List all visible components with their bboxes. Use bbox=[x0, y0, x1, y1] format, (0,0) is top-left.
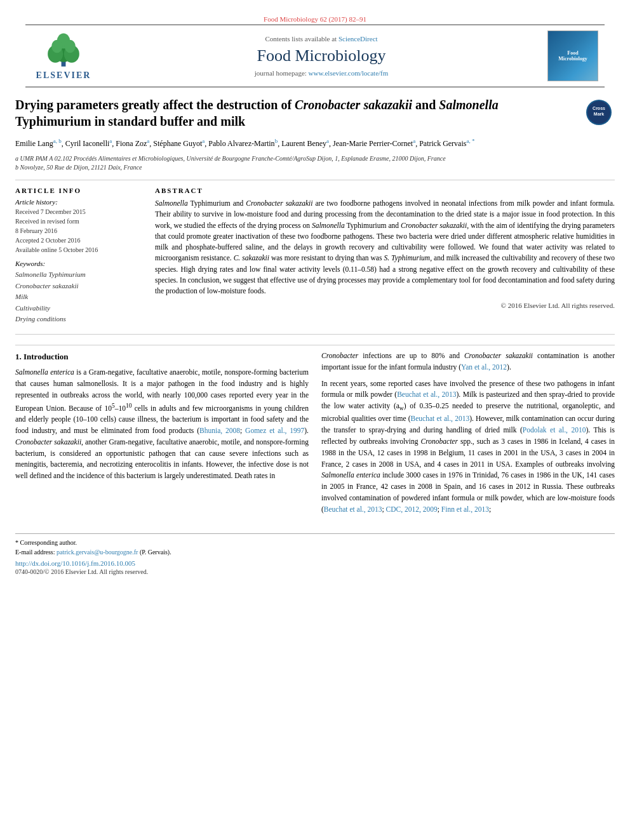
journal-citation: Food Microbiology 62 (2017) 82–91 bbox=[25, 15, 605, 23]
email-author: (P. Gervais). bbox=[140, 549, 171, 556]
ref-finn[interactable]: Finn et al., 2013 bbox=[441, 505, 489, 513]
author-patrick-sup: a, * bbox=[466, 138, 474, 144]
ref-yan[interactable]: Yan et al., 2012 bbox=[461, 363, 507, 371]
revised-text: Received in revised form8 February 2016 bbox=[15, 217, 142, 236]
header-center: Contents lists available at ScienceDirec… bbox=[102, 30, 541, 81]
article-content: Food Microbiology 62 (2017) 82–91 bbox=[0, 0, 630, 585]
online-text: Available online 5 October 2016 bbox=[15, 245, 142, 255]
keywords-label: Keywords: bbox=[15, 260, 142, 267]
journal-homepage: journal homepage: www.elsevier.com/locat… bbox=[255, 69, 389, 77]
authors-line: Emilie Langa, b, Cyril Iaconellia, Fiona… bbox=[15, 137, 615, 149]
cronobacter-sakazakii-italic2: Cronobacter sakazakii bbox=[464, 352, 533, 359]
copyright-line: © 2016 Elsevier Ltd. All rights reserved… bbox=[155, 302, 615, 309]
ref-beuchat2[interactable]: Beuchat et al., 2013 bbox=[411, 415, 470, 422]
elsevier-tree-icon bbox=[38, 31, 89, 69]
author-jeanmarie: Jean-Marie Perrier-Cornet bbox=[333, 139, 413, 148]
abstract-salmonella: Salmonella bbox=[155, 199, 188, 207]
crossmark-badge[interactable]: Cross Mark bbox=[583, 97, 615, 128]
cronobacter-italic2: Cronobacter bbox=[321, 352, 358, 359]
header-main: ELSEVIER Contents lists available at Sci… bbox=[25, 24, 605, 88]
email-link[interactable]: patrick.gervais@u-bourgogne.fr bbox=[57, 549, 138, 556]
abstract-text: Salmonella Typhimurium and Cronobacter s… bbox=[155, 198, 615, 297]
abstract-cronobacter: Cronobacter sakazakii bbox=[246, 199, 312, 207]
elsevier-logo: ELSEVIER bbox=[36, 31, 91, 81]
page-header: Food Microbiology 62 (2017) 82–91 bbox=[15, 10, 615, 88]
article-info-heading: Article Info bbox=[15, 187, 142, 194]
title-text: Drying parameters greatly affect the des… bbox=[15, 98, 499, 128]
body-two-col: 1. Introduction Salmonella enterica is a… bbox=[15, 350, 615, 521]
article-info-col: Article Info Article history: Received 7… bbox=[15, 187, 142, 325]
affiliation-b: b Novolyze, 50 Rue de Dijon, 21121 Daix,… bbox=[15, 163, 615, 172]
ref-beuchat1[interactable]: Beuchat et al., 2013 bbox=[397, 390, 456, 398]
keyword-5: Drying conditions bbox=[15, 314, 142, 325]
author-fiona: Fiona Zoz bbox=[116, 139, 147, 148]
publisher-logo-area: ELSEVIER bbox=[25, 30, 102, 81]
abstract-st: S. Typhimurium bbox=[384, 254, 430, 262]
elsevier-text: ELSEVIER bbox=[36, 70, 91, 81]
ref-cdc[interactable]: CDC, 2012, 2009 bbox=[386, 505, 438, 513]
abstract-col: Abstract Salmonella Typhimurium and Cron… bbox=[155, 187, 615, 325]
info-abstract-section: Article Info Article history: Received 7… bbox=[15, 187, 615, 325]
crossmark-icon: Cross Mark bbox=[586, 100, 612, 125]
intro-para-1: Salmonella enterica is a Gram-negative, … bbox=[15, 367, 309, 482]
abstract-cs: C. sakazakii bbox=[234, 254, 269, 262]
keywords-list: Salmonella Typhimurium Cronobacter sakaz… bbox=[15, 269, 142, 325]
body-col-right: Cronobacter infections are up to 80% and… bbox=[321, 350, 615, 521]
article-title: Drying parameters greatly affect the des… bbox=[15, 97, 615, 130]
journal-title: Food Microbiology bbox=[257, 46, 386, 65]
abstract-cronobacter2: Cronobacter sakazakii bbox=[401, 222, 467, 229]
footer-section: * Corresponding author. E-mail address: … bbox=[15, 533, 615, 575]
body-col-left: 1. Introduction Salmonella enterica is a… bbox=[15, 350, 309, 521]
author-cyril: Cyril Iaconelli bbox=[65, 139, 110, 148]
cronobacter-spp: Cronobacter bbox=[421, 437, 458, 445]
body-section: 1. Introduction Salmonella enterica is a… bbox=[15, 345, 615, 521]
doi-link[interactable]: http://dx.doi.org/10.1016/j.fm.2016.10.0… bbox=[15, 559, 135, 567]
intro-para-2: Cronobacter infections are up to 80% and… bbox=[321, 350, 615, 373]
sciencedirect-line: Contents lists available at ScienceDirec… bbox=[265, 35, 377, 43]
cronobacter-italic: Cronobacter sakazakii bbox=[15, 438, 81, 446]
abstract-heading: Abstract bbox=[155, 187, 615, 194]
corresponding-text: * Corresponding author. bbox=[15, 539, 77, 546]
author-emilie: Emilie Lang bbox=[15, 139, 53, 148]
svg-text:Cross: Cross bbox=[593, 106, 605, 110]
svg-text:Mark: Mark bbox=[594, 112, 604, 116]
author-pablo: Pablo Alvarez-Martin bbox=[208, 139, 274, 148]
ref-beuchat3[interactable]: Beuchat et al., 2013 bbox=[324, 505, 382, 513]
accepted-text: Accepted 2 October 2016 bbox=[15, 236, 142, 245]
divider-1 bbox=[15, 180, 615, 180]
history-label: Article history: bbox=[15, 198, 142, 206]
ref-gomez[interactable]: Gomez et al., 1997 bbox=[245, 427, 304, 434]
sciencedirect-prefix: Contents lists available at bbox=[265, 35, 337, 43]
activity-word: activity bbox=[546, 243, 568, 251]
author-stephane: Stéphane Guyot bbox=[153, 139, 202, 148]
salmonella-enterica-italic: Salmonella enterica bbox=[15, 368, 74, 376]
issn-line: 0740-0020/© 2016 Elsevier Ltd. All right… bbox=[15, 568, 615, 575]
svg-point-5 bbox=[51, 40, 62, 53]
salmonella-enterica-italic3: Salmonella enterica bbox=[321, 471, 380, 479]
introduction-heading: 1. Introduction bbox=[15, 350, 309, 363]
ref-podolak[interactable]: Podolak et al., 2010 bbox=[523, 426, 586, 434]
author-patrick: Patrick Gervais bbox=[419, 139, 466, 148]
abstract-salmonella2: Salmonella bbox=[312, 222, 345, 229]
received-text: Received 7 December 2015 bbox=[15, 207, 142, 217]
homepage-label: journal homepage: bbox=[255, 69, 307, 77]
corresponding-note: * Corresponding author. bbox=[15, 539, 615, 546]
homepage-link[interactable]: www.elsevier.com/locate/fm bbox=[309, 69, 389, 77]
page-wrapper: Food Microbiology 62 (2017) 82–91 bbox=[0, 0, 630, 585]
title-area: Drying parameters greatly affect the des… bbox=[15, 97, 615, 130]
divider-2 bbox=[15, 334, 615, 335]
keyword-2: Cronobacter sakazakii bbox=[15, 281, 142, 292]
intro-para-3: In recent years, some reported cases hav… bbox=[321, 378, 615, 516]
affiliations: a UMR PAM A 02.102 Procédés Alimentaires… bbox=[15, 154, 615, 172]
ref-bhunia[interactable]: Bhunia, 2008 bbox=[199, 427, 240, 434]
journal-cover-text: FoodMicrobiology bbox=[557, 49, 589, 63]
svg-point-6 bbox=[65, 40, 76, 53]
sciencedirect-link[interactable]: ScienceDirect bbox=[338, 35, 378, 43]
received-date: Received 7 December 2015 Received in rev… bbox=[15, 207, 142, 255]
author-emilie-sup: a, b bbox=[53, 138, 62, 144]
keyword-1: Salmonella Typhimurium bbox=[15, 269, 142, 281]
author-laurent: Laurent Beney bbox=[281, 139, 326, 148]
header-right: FoodMicrobiology bbox=[541, 30, 605, 81]
affiliation-a: a UMR PAM A 02.102 Procédés Alimentaires… bbox=[15, 154, 615, 163]
keyword-4: Cultivability bbox=[15, 303, 142, 314]
